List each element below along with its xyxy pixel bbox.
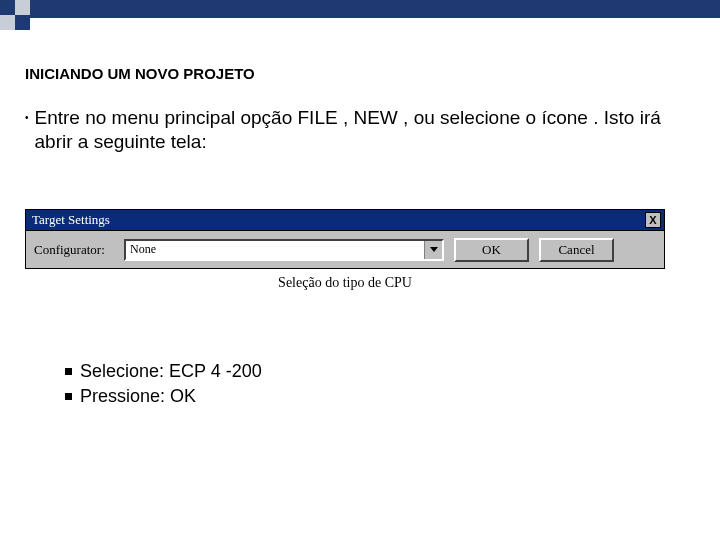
page-title: INICIANDO UM NOVO PROJETO [25, 65, 695, 82]
dialog-title: Target Settings [32, 212, 110, 228]
intro-bullet: • Entre no menu principal opção FILE , N… [25, 106, 695, 154]
decor-bar [30, 0, 720, 18]
list-item: Selecione: ECP 4 -200 [65, 361, 695, 382]
configurator-label: Configurator: [34, 242, 114, 258]
chevron-down-icon[interactable] [424, 241, 442, 259]
dialog-body: Configurator: None OK Cancel [25, 231, 665, 269]
close-button[interactable]: X [645, 212, 661, 228]
cancel-button[interactable]: Cancel [539, 238, 614, 262]
dialog-titlebar: Target Settings X [25, 209, 665, 231]
ok-button[interactable]: OK [454, 238, 529, 262]
square-bullet-icon [65, 368, 72, 375]
intro-text: Entre no menu principal opção FILE , NEW… [35, 106, 695, 154]
sub-item-1: Selecione: ECP 4 -200 [80, 361, 262, 382]
sub-bullet-list: Selecione: ECP 4 -200 Pressione: OK [65, 361, 695, 407]
configurator-dropdown[interactable]: None [124, 239, 444, 261]
sub-item-2: Pressione: OK [80, 386, 196, 407]
dialog-caption: Seleção do tipo de CPU [25, 275, 665, 291]
dropdown-value: None [126, 242, 156, 257]
bullet-icon: • [25, 106, 29, 130]
slide-header-decor [0, 0, 720, 30]
decor-squares [0, 0, 30, 30]
list-item: Pressione: OK [65, 386, 695, 407]
dialog-screenshot: Target Settings X Configurator: None OK … [25, 209, 665, 291]
square-bullet-icon [65, 393, 72, 400]
